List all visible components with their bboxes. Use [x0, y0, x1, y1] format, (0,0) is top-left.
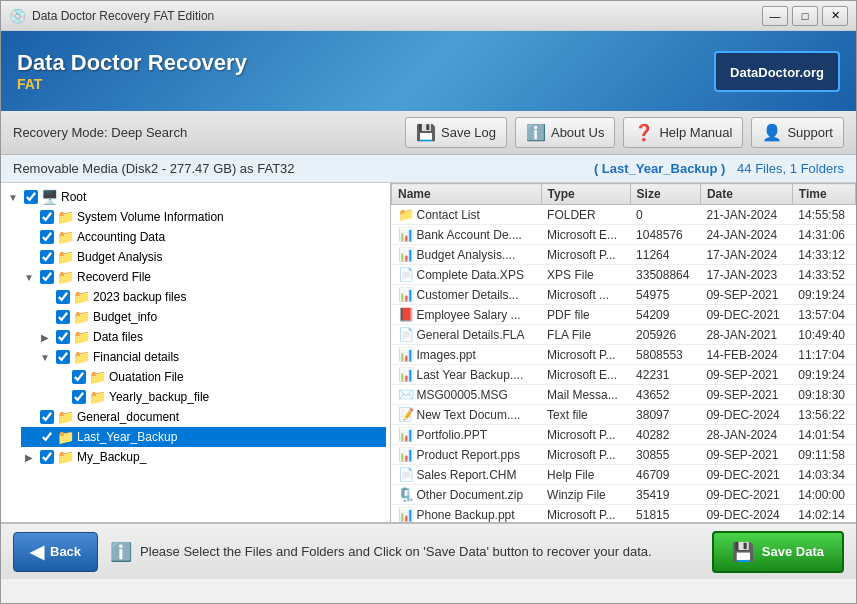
table-row[interactable]: 🗜️Other Document.zip Winzip File 35419 0… — [392, 485, 856, 505]
general-checkbox[interactable] — [40, 410, 54, 424]
table-row[interactable]: 📊Portfolio.PPT Microsoft P... 40282 28-J… — [392, 425, 856, 445]
support-button[interactable]: 👤 Support — [751, 117, 844, 148]
tree-root[interactable]: ▼ 🖥️ Root — [5, 187, 386, 207]
file-time: 11:17:04 — [792, 345, 855, 365]
tree-item-recovered[interactable]: ▼ 📁 Recoverd File — [21, 267, 386, 287]
file-type: Microsoft P... — [541, 445, 630, 465]
tree-item-system[interactable]: 📁 System Volume Information — [21, 207, 386, 227]
tree-item-mybackup[interactable]: ▶ 📁 My_Backup_ — [21, 447, 386, 467]
financial-checkbox[interactable] — [56, 350, 70, 364]
file-table-body: 📁Contact List FOLDER 0 21-JAN-2024 14:55… — [392, 205, 856, 523]
system-checkbox[interactable] — [40, 210, 54, 224]
save-log-button[interactable]: 💾 Save Log — [405, 117, 507, 148]
file-date: 09-DEC-2021 — [700, 465, 792, 485]
yearly-checkbox[interactable] — [72, 390, 86, 404]
file-type: Microsoft P... — [541, 345, 630, 365]
table-row[interactable]: 📊Bank Account De.... Microsoft E... 1048… — [392, 225, 856, 245]
budget-folder-icon: 📁 — [57, 249, 74, 265]
file-panel[interactable]: Name Type Size Date Time 📁Contact List F… — [391, 183, 856, 522]
file-date: 09-SEP-2021 — [700, 365, 792, 385]
table-row[interactable]: 📊Product Report.pps Microsoft P... 30855… — [392, 445, 856, 465]
table-row[interactable]: 📊Last Year Backup.... Microsoft E... 422… — [392, 365, 856, 385]
save-data-button[interactable]: 💾 Save Data — [712, 531, 844, 573]
app-title: Data Doctor Recovery FAT — [17, 50, 247, 92]
file-name: 📊Budget Analysis.... — [392, 245, 542, 265]
quotation-checkbox[interactable] — [72, 370, 86, 384]
yearly-label: Yearly_backup_file — [109, 390, 209, 404]
root-toggle[interactable]: ▼ — [5, 192, 21, 203]
root-checkbox[interactable] — [24, 190, 38, 204]
file-time: 10:49:40 — [792, 325, 855, 345]
datafiles-checkbox[interactable] — [56, 330, 70, 344]
budget-label: Budget Analysis — [77, 250, 162, 264]
file-type: FOLDER — [541, 205, 630, 225]
back-arrow-icon: ◀ — [30, 541, 44, 563]
tree-item-quotation[interactable]: 📁 Ouatation File — [53, 367, 386, 387]
tree-item-yearly[interactable]: 📁 Yearly_backup_file — [53, 387, 386, 407]
mybackup-checkbox[interactable] — [40, 450, 54, 464]
recovered-toggle[interactable]: ▼ — [21, 272, 37, 283]
col-date[interactable]: Date — [700, 184, 792, 205]
file-type: Microsoft ... — [541, 285, 630, 305]
col-name[interactable]: Name — [392, 184, 542, 205]
file-time: 14:01:54 — [792, 425, 855, 445]
recovered-checkbox[interactable] — [40, 270, 54, 284]
file-name: 📄Sales Report.CHM — [392, 465, 542, 485]
file-name: 🗜️Other Document.zip — [392, 485, 542, 505]
backup2023-label: 2023 backup files — [93, 290, 186, 304]
table-row[interactable]: 📊Customer Details... Microsoft ... 54975… — [392, 285, 856, 305]
disk-info: Removable Media (Disk2 - 277.47 GB) as F… — [13, 161, 594, 176]
file-time: 09:19:24 — [792, 285, 855, 305]
tree-item-datafiles[interactable]: ▶ 📁 Data files — [37, 327, 386, 347]
file-table-header: Name Type Size Date Time — [392, 184, 856, 205]
table-row[interactable]: 📊Budget Analysis.... Microsoft P... 1126… — [392, 245, 856, 265]
table-row[interactable]: 📊Phone Backup.ppt Microsoft P... 51815 0… — [392, 505, 856, 523]
app-subtitle: FAT — [17, 76, 247, 92]
mybackup-folder-icon: 📁 — [57, 449, 74, 465]
table-row[interactable]: ✉️MSG00005.MSG Mail Messa... 43652 09-SE… — [392, 385, 856, 405]
table-row[interactable]: 📝New Text Docum.... Text file 38097 09-D… — [392, 405, 856, 425]
tree-item-general[interactable]: 📁 General_document — [21, 407, 386, 427]
tree-item-lastyear[interactable]: 📁 Last_Year_Backup — [21, 427, 386, 447]
tree-item-backup2023[interactable]: 📁 2023 backup files — [37, 287, 386, 307]
budget-checkbox[interactable] — [40, 250, 54, 264]
file-name: 📝New Text Docum.... — [392, 405, 542, 425]
table-row[interactable]: 📕Employee Salary ... PDF file 54209 09-D… — [392, 305, 856, 325]
save-log-icon: 💾 — [416, 123, 436, 142]
budgetinfo-checkbox[interactable] — [56, 310, 70, 324]
file-size: 38097 — [630, 405, 700, 425]
col-type[interactable]: Type — [541, 184, 630, 205]
backup2023-checkbox[interactable] — [56, 290, 70, 304]
file-size: 30855 — [630, 445, 700, 465]
tree-item-financial[interactable]: ▼ 📁 Financial details — [37, 347, 386, 367]
minimize-button[interactable]: — — [762, 6, 788, 26]
close-button[interactable]: ✕ — [822, 6, 848, 26]
tree-item-budget[interactable]: 📁 Budget Analysis — [21, 247, 386, 267]
table-row[interactable]: 📄Sales Report.CHM Help File 46709 09-DEC… — [392, 465, 856, 485]
tree-item-accounting[interactable]: 📁 Accounting Data — [21, 227, 386, 247]
tree-panel[interactable]: ▼ 🖥️ Root 📁 System Volume Information 📁 … — [1, 183, 391, 522]
table-row[interactable]: 📄General Details.FLA FLA File 205926 28-… — [392, 325, 856, 345]
recovered-group: ▼ 📁 Recoverd File 📁 2023 backup files — [21, 267, 386, 407]
table-row[interactable]: 📄Complete Data.XPS XPS File 33508864 17-… — [392, 265, 856, 285]
file-time: 14:33:12 — [792, 245, 855, 265]
table-row[interactable]: 📁Contact List FOLDER 0 21-JAN-2024 14:55… — [392, 205, 856, 225]
help-manual-button[interactable]: ❓ Help Manual — [623, 117, 743, 148]
backup-name[interactable]: ( Last_Year_Backup ) — [594, 161, 726, 176]
file-time: 14:02:14 — [792, 505, 855, 523]
maximize-button[interactable]: □ — [792, 6, 818, 26]
tree-item-budgetinfo[interactable]: 📁 Budget_info — [37, 307, 386, 327]
file-time: 09:18:30 — [792, 385, 855, 405]
table-row[interactable]: 📊Images.ppt Microsoft P... 5808553 14-FE… — [392, 345, 856, 365]
back-button[interactable]: ◀ Back — [13, 532, 98, 572]
file-name: 📊Portfolio.PPT — [392, 425, 542, 445]
about-us-button[interactable]: ℹ️ About Us — [515, 117, 615, 148]
file-size: 5808553 — [630, 345, 700, 365]
col-size[interactable]: Size — [630, 184, 700, 205]
status-bar: Removable Media (Disk2 - 277.47 GB) as F… — [1, 155, 856, 183]
budgetinfo-folder-icon: 📁 — [73, 309, 90, 325]
file-type: Microsoft P... — [541, 505, 630, 523]
lastyear-checkbox[interactable] — [40, 430, 54, 444]
accounting-checkbox[interactable] — [40, 230, 54, 244]
col-time[interactable]: Time — [792, 184, 855, 205]
